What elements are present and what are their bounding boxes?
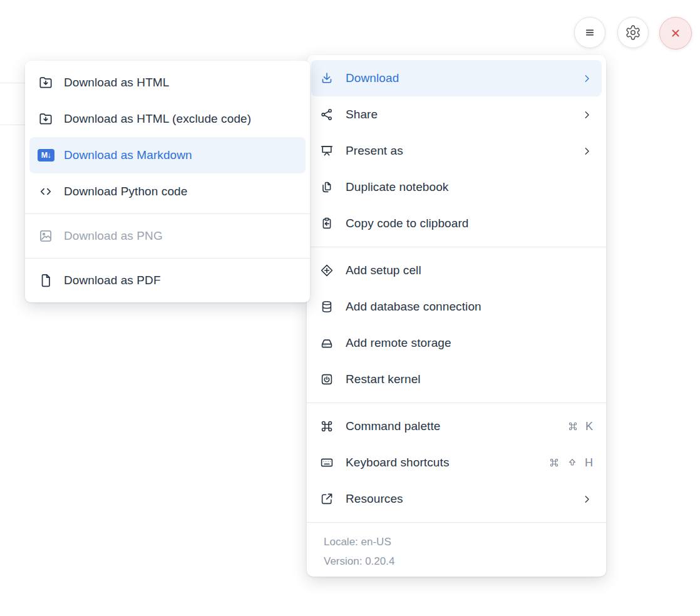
menu-item-download-python-code[interactable]: Download Python code [29, 173, 306, 210]
menu-item-share[interactable]: Share [311, 96, 602, 133]
shortcut-key: K [585, 420, 593, 433]
menu-item-download-as-png: Download as PNG [29, 218, 306, 254]
locale-text: Locale: en-US [324, 532, 589, 552]
menu-item-label: Present as [346, 144, 572, 158]
menu-item-add-setup-cell[interactable]: Add setup cell [311, 252, 602, 289]
page-rule [0, 125, 26, 125]
menu-item-restart-kernel[interactable]: Restart kernel [311, 361, 602, 398]
chevron-right-icon [581, 109, 593, 121]
cmd-key-icon [548, 457, 560, 468]
page-rule [0, 83, 26, 83]
menu-item-label: Download as HTML [64, 76, 297, 90]
menu-item-label: Download as Markdown [64, 148, 297, 162]
menu-section: Download as HTMLDownload as HTML (exclud… [25, 64, 310, 210]
menu-footer: Locale: en-US Version: 0.20.4 [307, 528, 606, 577]
gear-icon [625, 24, 641, 41]
menu-item-label: Keyboard shortcuts [346, 456, 539, 470]
folder-download-icon [38, 111, 54, 127]
chevron-right-icon [581, 493, 593, 505]
download-icon [319, 71, 336, 86]
menu-item-label: Download [346, 71, 572, 85]
menu-item-keyboard-shortcuts[interactable]: Keyboard shortcutsH [311, 444, 602, 481]
folder-download-icon [38, 74, 54, 91]
markdown-badge-icon: M↓ [38, 149, 54, 162]
menu-divider [25, 258, 310, 259]
menu-item-label: Share [346, 108, 572, 121]
menu-item-command-palette[interactable]: Command paletteK [311, 408, 602, 444]
menu-item-label: Duplicate notebook [346, 180, 593, 194]
setup-cell-icon [319, 263, 336, 278]
menu-item-add-database-connection[interactable]: Add database connection [311, 289, 602, 325]
menu-item-add-remote-storage[interactable]: Add remote storage [311, 325, 602, 361]
download-submenu: Download as HTMLDownload as HTML (exclud… [25, 61, 310, 302]
menu-section: Add setup cellAdd database connectionAdd… [307, 252, 606, 398]
menu-item-download[interactable]: Download [311, 60, 602, 96]
keyboard-icon [319, 455, 336, 470]
menu-item-label: Copy code to clipboard [346, 217, 593, 230]
menu-divider [307, 403, 606, 403]
external-link-icon [319, 491, 336, 506]
menu-item-label: Resources [346, 492, 572, 506]
chevron-right-icon [581, 145, 593, 157]
menu-divider [307, 522, 606, 523]
close-icon [667, 25, 684, 41]
menu-item-download-as-markdown[interactable]: M↓Download as Markdown [29, 137, 306, 173]
clipboard-arrow-icon [319, 216, 336, 231]
storage-icon [319, 336, 336, 351]
menu-section: Command paletteKKeyboard shortcutsHResou… [307, 408, 606, 517]
menu-item-label: Add setup cell [346, 264, 593, 277]
menu-item-download-as-html[interactable]: Download as HTML [29, 64, 306, 101]
settings-button[interactable] [617, 17, 649, 48]
menu-divider [307, 247, 606, 247]
menu-section: Download as PDF [25, 262, 310, 299]
cmd-key-icon [567, 421, 579, 432]
power-icon [319, 372, 336, 387]
chevron-right-icon [581, 73, 593, 85]
menu-item-label: Download Python code [64, 185, 297, 198]
shortcut-keys: K [567, 420, 593, 433]
menu-item-present-as[interactable]: Present as [311, 133, 602, 169]
shift-key-icon [567, 457, 578, 468]
menu-divider [25, 213, 310, 214]
database-icon [319, 299, 336, 314]
notebook-menu: DownloadSharePresent asDuplicate noteboo… [307, 55, 606, 577]
menu-item-label: Download as HTML (exclude code) [64, 112, 297, 126]
close-button[interactable] [659, 17, 692, 49]
duplicate-icon [319, 180, 336, 195]
menu-item-copy-code-to-clipboard[interactable]: Copy code to clipboard [311, 205, 602, 242]
menu-item-label: Download as PNG [64, 229, 297, 243]
menu-item-download-as-html-exclude-code[interactable]: Download as HTML (exclude code) [29, 101, 306, 137]
menu-item-label: Add database connection [346, 300, 593, 314]
menu-button[interactable] [574, 17, 605, 48]
command-icon [319, 419, 336, 434]
hamburger-icon [582, 24, 598, 41]
menu-item-label: Download as PDF [64, 274, 297, 287]
menu-item-resources[interactable]: Resources [311, 481, 602, 517]
code-icon [38, 183, 54, 200]
share-icon [319, 107, 336, 122]
menu-item-label: Add remote storage [346, 336, 593, 350]
version-text: Version: 0.20.4 [324, 552, 589, 571]
shortcut-key: H [585, 456, 593, 470]
menu-section: DownloadSharePresent asDuplicate noteboo… [307, 60, 606, 242]
present-icon [319, 143, 336, 158]
menu-item-download-as-pdf[interactable]: Download as PDF [29, 262, 306, 299]
menu-item-label: Command palette [346, 419, 558, 433]
menu-item-label: Restart kernel [346, 372, 593, 386]
file-icon [38, 272, 54, 289]
shortcut-keys: H [548, 456, 593, 470]
menu-item-duplicate-notebook[interactable]: Duplicate notebook [311, 169, 602, 205]
menu-section: Download as PNG [25, 218, 310, 254]
image-icon [38, 228, 54, 244]
